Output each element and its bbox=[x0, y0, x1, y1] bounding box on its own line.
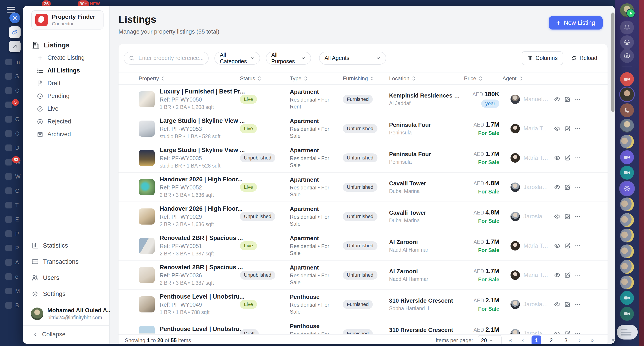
more-button[interactable] bbox=[574, 154, 581, 161]
view-button[interactable] bbox=[554, 213, 560, 220]
sidebar-item-rejected[interactable]: Rejected bbox=[23, 115, 109, 128]
column-header-furnishing[interactable]: Furnishing bbox=[343, 75, 389, 82]
view-button[interactable] bbox=[554, 330, 560, 334]
scrollbar-down-arrow[interactable] bbox=[612, 339, 615, 342]
column-header-status[interactable]: Status bbox=[240, 75, 290, 82]
user-avatar-status[interactable] bbox=[620, 3, 634, 17]
bitrix-menu-item[interactable]: In bbox=[0, 55, 23, 69]
bitrix-menu-item[interactable]: T bbox=[0, 198, 23, 212]
more-button[interactable] bbox=[574, 301, 581, 308]
group-chat-avatar[interactable] bbox=[620, 228, 634, 242]
prev-page-button[interactable]: ‹ bbox=[519, 337, 526, 344]
more-button[interactable] bbox=[574, 213, 581, 220]
view-button[interactable] bbox=[554, 301, 560, 308]
video-conference-button[interactable] bbox=[620, 150, 634, 164]
purposes-select[interactable]: All Purposes bbox=[266, 52, 311, 65]
spinner-status-button[interactable] bbox=[620, 35, 634, 49]
search-input[interactable] bbox=[138, 54, 204, 62]
contact-avatar[interactable] bbox=[620, 88, 634, 101]
hamburger-menu-icon[interactable] bbox=[7, 7, 15, 12]
items-per-page-select[interactable]: 20 bbox=[478, 335, 502, 344]
sidebar-item-draft[interactable]: Draft bbox=[23, 77, 109, 90]
page-button-2[interactable]: 2 bbox=[546, 336, 556, 344]
sidebar-item-archived[interactable]: Archived bbox=[23, 128, 109, 141]
next-page-button[interactable]: › bbox=[576, 337, 584, 344]
bitrix-menu-item[interactable]: E bbox=[0, 212, 23, 226]
column-header-property[interactable]: Property bbox=[139, 75, 240, 82]
view-button[interactable] bbox=[554, 154, 560, 161]
edit-button[interactable] bbox=[564, 184, 571, 190]
group-chat-avatar[interactable] bbox=[620, 135, 634, 148]
contact-avatar[interactable] bbox=[620, 119, 634, 133]
scrollbar-thumb[interactable] bbox=[611, 12, 614, 112]
sidebar-item-live[interactable]: Live bbox=[23, 102, 109, 115]
view-button[interactable] bbox=[554, 242, 560, 249]
bitrix-menu-item[interactable]: e bbox=[0, 270, 23, 284]
bitrix-menu-item[interactable]: B bbox=[0, 298, 23, 312]
last-page-button[interactable]: » bbox=[588, 337, 596, 344]
video-conference-button[interactable] bbox=[620, 307, 634, 321]
table-row[interactable]: Handover 2026 | High Floor...Ref: PF-WY0… bbox=[118, 202, 608, 231]
edit-button[interactable] bbox=[564, 272, 571, 278]
link-shortcut-button[interactable] bbox=[9, 26, 20, 38]
agents-select[interactable]: All Agents bbox=[319, 52, 386, 65]
more-button[interactable] bbox=[574, 242, 581, 249]
view-button[interactable] bbox=[554, 96, 560, 103]
edit-button[interactable] bbox=[564, 330, 571, 334]
bitrix-menu-item[interactable]: M bbox=[0, 284, 23, 298]
phone-call-button[interactable] bbox=[620, 103, 634, 117]
view-button[interactable] bbox=[554, 125, 560, 132]
notifications-button[interactable] bbox=[620, 20, 634, 34]
table-row[interactable]: Penthouse Level | Unobstru...Ref: PF-WY0… bbox=[118, 319, 608, 334]
bitrix-menu-item[interactable]: C bbox=[0, 112, 23, 126]
group-chat-avatar[interactable] bbox=[620, 276, 634, 290]
group-chat-avatar[interactable] bbox=[620, 244, 634, 258]
group-chat-avatar[interactable] bbox=[620, 213, 634, 227]
edit-button[interactable] bbox=[564, 154, 571, 161]
chat-widget-button[interactable] bbox=[617, 325, 638, 340]
search-box[interactable] bbox=[124, 52, 209, 65]
sidebar-item-pending[interactable]: Pending bbox=[23, 90, 109, 102]
messenger-button[interactable] bbox=[620, 49, 634, 63]
bitrix-menu-item[interactable]: P bbox=[0, 226, 23, 241]
table-row[interactable]: Handover 2026 | High Floor...Ref: PF-WY0… bbox=[118, 173, 608, 202]
sidebar-section-listings[interactable]: Listings bbox=[23, 41, 109, 52]
edit-button[interactable] bbox=[564, 96, 571, 103]
bitrix-menu-item[interactable]: C bbox=[0, 184, 23, 198]
bitrix-menu-item[interactable]: W83 bbox=[0, 155, 23, 169]
video-conference-button[interactable] bbox=[620, 291, 634, 305]
page-button-3[interactable]: 3 bbox=[561, 336, 571, 344]
page-button-1[interactable]: 1 bbox=[532, 336, 541, 344]
more-button[interactable] bbox=[574, 330, 581, 334]
bitrix-menu-item[interactable]: A bbox=[0, 255, 23, 270]
sidebar-item-create-listing[interactable]: Create Listing bbox=[23, 52, 109, 64]
bitrix-menu-item[interactable]: W bbox=[0, 169, 23, 184]
group-chat-avatar[interactable] bbox=[620, 260, 634, 274]
bitrix-menu-item[interactable]: P bbox=[0, 241, 23, 255]
new-listing-button[interactable]: + New Listing bbox=[549, 16, 603, 30]
video-conference-button[interactable] bbox=[620, 166, 634, 180]
sidebar-item-settings[interactable]: Settings bbox=[23, 286, 109, 302]
categories-select[interactable]: All Categories bbox=[214, 52, 260, 65]
sidebar-item-transactions[interactable]: Transactions bbox=[23, 254, 109, 270]
edit-button[interactable] bbox=[564, 301, 571, 308]
collapse-sidebar-button[interactable]: Collapse bbox=[23, 325, 109, 344]
spinner-status-button[interactable] bbox=[620, 182, 634, 196]
column-header-location[interactable]: Location bbox=[389, 75, 464, 82]
view-button[interactable] bbox=[554, 184, 560, 190]
column-header-price[interactable]: Price bbox=[464, 75, 502, 82]
more-button[interactable] bbox=[574, 125, 581, 132]
video-call-button[interactable] bbox=[620, 72, 634, 86]
sidebar-item-all-listings[interactable]: All Listings bbox=[23, 64, 109, 77]
close-slider-button[interactable]: ✕ bbox=[10, 12, 20, 23]
open-in-new-button[interactable] bbox=[9, 41, 20, 52]
table-row[interactable]: Penthouse Level | Unobstru...Ref: PF-WY0… bbox=[118, 290, 608, 319]
more-button[interactable] bbox=[574, 272, 581, 278]
table-row[interactable]: Large Studio | Skyline View ...Ref: PF-W… bbox=[118, 143, 608, 173]
columns-button[interactable]: Columns bbox=[522, 51, 563, 65]
table-row[interactable]: Large Studio | Skyline View ...Ref: PF-W… bbox=[118, 114, 608, 143]
table-row[interactable]: Renovated 2BR | Spacious ...Ref: PF-WY00… bbox=[118, 260, 608, 290]
edit-button[interactable] bbox=[564, 242, 571, 249]
column-header-type[interactable]: Type bbox=[290, 75, 343, 82]
group-chat-avatar[interactable] bbox=[620, 198, 634, 211]
